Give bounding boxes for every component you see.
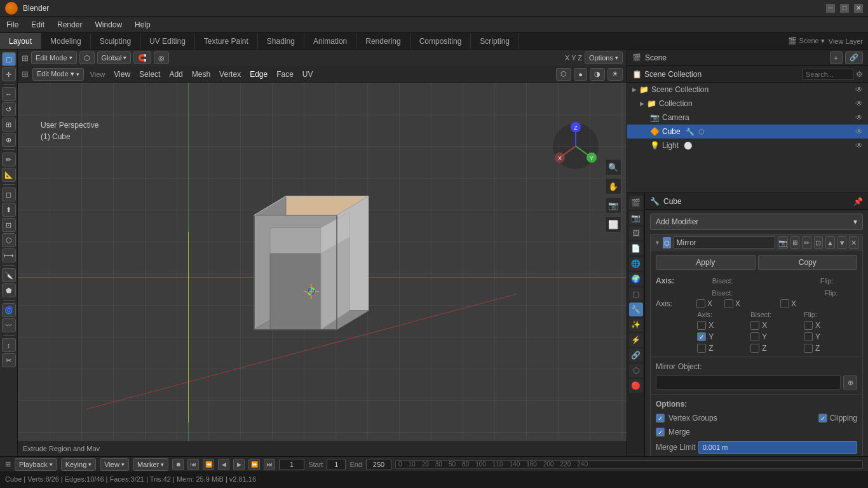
- axis-x-checkbox[interactable]: [696, 299, 705, 308]
- mirror-render-btn[interactable]: 🖥: [790, 236, 800, 249]
- flip-y-checkbox[interactable]: [804, 332, 813, 341]
- prop-scene2-btn[interactable]: 🌐: [629, 257, 643, 271]
- annotate-tool[interactable]: ✏: [2, 152, 16, 166]
- flip-x2-checkbox[interactable]: [804, 321, 813, 330]
- prop-objectdata-btn[interactable]: ⬡: [629, 363, 643, 377]
- scene-collection-vis[interactable]: 👁: [855, 85, 863, 94]
- 3d-viewport[interactable]: ⊞ Edit Mode ⬡ Global 🧲 ◎ X Y Z Options ⊞…: [18, 50, 627, 456]
- vertex-groups-checkbox[interactable]: [656, 414, 665, 423]
- start-frame-input[interactable]: [327, 459, 346, 470]
- step-fwd-btn[interactable]: ⏩: [248, 459, 260, 470]
- scene-dropdown[interactable]: 🎬 Scene ▾: [788, 37, 824, 45]
- tab-shading[interactable]: Shading: [258, 33, 304, 49]
- prop-viewlayer-btn[interactable]: 📄: [629, 241, 643, 255]
- axis-y-checkbox[interactable]: [697, 332, 706, 341]
- viewport-menu-icon[interactable]: ⊞: [22, 53, 29, 63]
- cube-vis[interactable]: 👁: [855, 127, 863, 136]
- outliner-cube[interactable]: 🔶 Cube 🔧 ⬡ 👁: [627, 125, 868, 139]
- merge-checkbox[interactable]: [656, 428, 665, 437]
- outliner-camera[interactable]: 📷 Camera 👁: [627, 111, 868, 125]
- tab-animation[interactable]: Animation: [304, 33, 356, 49]
- add-modifier-button[interactable]: Add Modifier ▾: [650, 214, 863, 230]
- tab-rendering[interactable]: Rendering: [356, 33, 410, 49]
- view-btn[interactable]: View: [90, 71, 105, 78]
- bisect-z-checkbox[interactable]: [750, 344, 759, 353]
- flip-x-checkbox[interactable]: [780, 299, 789, 308]
- jump-start-btn[interactable]: ⏮: [187, 459, 199, 470]
- tab-modeling[interactable]: Modeling: [41, 33, 91, 49]
- prop-modifiers-btn active[interactable]: 🔧: [629, 302, 643, 316]
- view-dropdown[interactable]: View: [100, 458, 129, 471]
- select-box-tool[interactable]: ▢: [2, 52, 16, 66]
- viewport-shading-material[interactable]: ◑: [590, 68, 605, 81]
- hand-btn[interactable]: ✋: [605, 178, 621, 194]
- mirror-camera-btn[interactable]: 📷: [778, 236, 788, 249]
- menu-render[interactable]: Render: [51, 17, 88, 32]
- marker-dropdown[interactable]: Marker: [133, 458, 168, 471]
- mirror-name-input[interactable]: [674, 236, 775, 249]
- maximize-button[interactable]: □: [840, 4, 849, 13]
- bisect-y-checkbox[interactable]: [750, 332, 759, 341]
- link-scene-btn[interactable]: 🔗: [845, 51, 863, 64]
- edge-slide-tool[interactable]: ↕: [2, 338, 16, 352]
- prop-particles-btn[interactable]: ✨: [629, 318, 643, 332]
- bisect-x-checkbox[interactable]: [724, 299, 733, 308]
- mirror-object-input[interactable]: [656, 376, 841, 390]
- move-tool[interactable]: ↔: [2, 87, 16, 101]
- proportional-edit[interactable]: ◎: [154, 51, 169, 64]
- submenu-add[interactable]: Add: [166, 70, 185, 79]
- transform-orientation[interactable]: Global: [97, 51, 132, 64]
- minimize-button[interactable]: ─: [826, 4, 835, 13]
- submenu-select[interactable]: Select: [137, 70, 163, 79]
- current-frame-input[interactable]: [279, 459, 304, 470]
- viewport-shading-wire[interactable]: ⬡: [556, 68, 571, 81]
- play-btn[interactable]: ▶: [233, 459, 245, 470]
- prop-pin-btn[interactable]: 📌: [853, 197, 863, 206]
- step-back-btn[interactable]: ⏪: [203, 459, 214, 470]
- window-controls[interactable]: ─ □ ✕: [826, 4, 863, 13]
- options-button[interactable]: Options: [585, 51, 623, 64]
- prop-material-btn[interactable]: 🔴: [629, 379, 643, 393]
- record-btn[interactable]: ⏺: [172, 459, 184, 470]
- camera-vis[interactable]: 👁: [855, 113, 863, 122]
- navigation-gizmo[interactable]: Z Y X: [550, 121, 601, 172]
- outliner-search[interactable]: [803, 69, 853, 80]
- submenu-view[interactable]: View: [111, 70, 133, 79]
- timeline-track[interactable]: 0 10 20 30 50 80 100 110 140 160 200 220…: [395, 460, 863, 469]
- tab-texture-paint[interactable]: Texture Paint: [195, 33, 258, 49]
- flip-z-checkbox[interactable]: [804, 344, 813, 353]
- submenu-face[interactable]: Face: [274, 70, 296, 79]
- jump-end-btn[interactable]: ⏭: [264, 459, 275, 470]
- menu-window[interactable]: Window: [88, 17, 128, 32]
- camera-local-btn[interactable]: ⬜: [605, 216, 621, 233]
- clipping-checkbox[interactable]: [818, 414, 827, 423]
- submenu-vertex[interactable]: Vertex: [217, 70, 243, 79]
- prop-output-btn[interactable]: 🖼: [629, 226, 643, 240]
- viewport-overlay-icon[interactable]: ⬡: [79, 51, 95, 64]
- apply-button[interactable]: Apply: [656, 255, 756, 270]
- outliner-scene-collection[interactable]: ▶ 📁 Scene Collection 👁: [627, 83, 868, 97]
- tab-scripting[interactable]: Scripting: [471, 33, 519, 49]
- viewport-canvas[interactable]: User Perspective (1) Cube Z Y: [18, 83, 627, 456]
- spin-tool[interactable]: 🌀: [2, 303, 16, 317]
- axis-x2-checkbox[interactable]: [697, 321, 706, 330]
- edit-mode-dropdown[interactable]: Edit Mode ▾: [32, 68, 84, 81]
- cursor-tool[interactable]: ✛: [2, 67, 16, 81]
- prop-object-btn[interactable]: ▢: [629, 287, 643, 301]
- copy-button[interactable]: Copy: [758, 255, 858, 270]
- submenu-uv[interactable]: UV: [300, 70, 316, 79]
- outliner-filter-btn[interactable]: ⚙: [856, 70, 863, 79]
- close-button[interactable]: ✕: [854, 4, 863, 13]
- inset-tool[interactable]: ⊡: [2, 218, 16, 232]
- tab-uv-editing[interactable]: UV Editing: [140, 33, 195, 49]
- keying-dropdown[interactable]: Keying: [61, 458, 97, 471]
- smooth-tool[interactable]: 〰: [2, 318, 16, 332]
- measure-tool[interactable]: 📐: [2, 168, 16, 182]
- transform-tool[interactable]: ⊕: [2, 133, 16, 147]
- bisect-x2-checkbox[interactable]: [750, 321, 759, 330]
- play-back-btn[interactable]: ◀: [218, 459, 229, 470]
- bevel-tool[interactable]: ⬡: [2, 233, 16, 247]
- tab-layout[interactable]: Layout: [0, 33, 41, 49]
- tab-sculpting[interactable]: Sculpting: [91, 33, 140, 49]
- modifier-close-btn[interactable]: ✕: [849, 236, 858, 249]
